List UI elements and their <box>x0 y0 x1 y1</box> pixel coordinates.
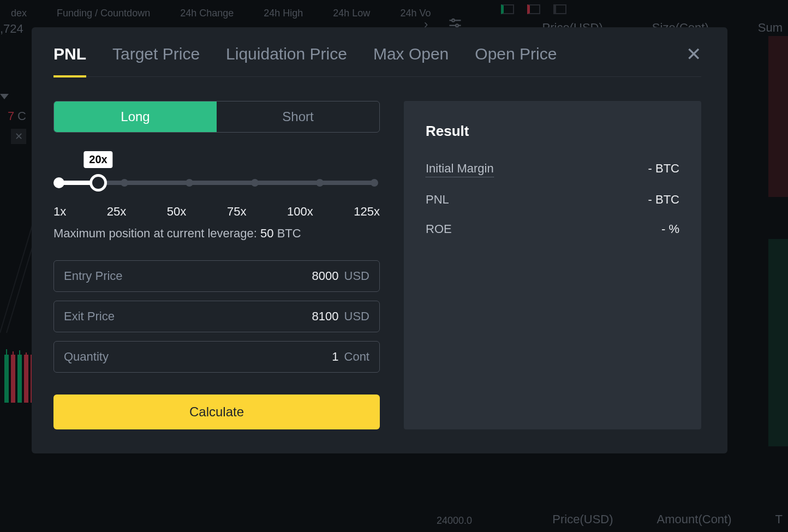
bg-trades-header: Price(USD) Amount(Cont) T <box>552 512 788 527</box>
bg-header-item: 24h Vo <box>400 8 431 19</box>
bg-header-item: dex <box>11 8 27 19</box>
leverage-tick-labels: 1x 25x 50x 75x 100x 125x <box>53 205 380 219</box>
calculate-button[interactable]: Calculate <box>53 394 380 429</box>
max-position-value: 50 <box>260 226 273 240</box>
bg-header-item: Funding / Countdown <box>57 8 150 19</box>
bg-header-item: 24h Change <box>180 8 234 19</box>
tab-max-open[interactable]: Max Open <box>373 45 449 63</box>
exit-price-unit: USD <box>344 309 369 324</box>
bg-orderbook-legend <box>501 4 566 14</box>
bg-asks-depth <box>768 36 788 197</box>
entry-price-input[interactable] <box>123 269 344 283</box>
result-pnl-value: - BTC <box>648 193 679 207</box>
result-roe-label: ROE <box>426 222 452 236</box>
slider-tick <box>316 179 324 187</box>
quantity-unit: Cont <box>344 350 369 364</box>
long-button[interactable]: Long <box>54 101 217 132</box>
result-margin-value: - BTC <box>648 162 679 177</box>
bg-header-item: 24h Low <box>333 8 370 19</box>
leverage-tick-label: 125x <box>354 205 380 219</box>
result-pnl-label: PNL <box>426 193 449 207</box>
svg-point-5 <box>456 24 458 27</box>
entry-price-label: Entry Price <box>64 269 123 283</box>
bg-col-t: T <box>775 512 783 527</box>
calculator-modal: PNL Target Price Liquidation Price Max O… <box>32 27 727 453</box>
result-title: Result <box>426 123 679 140</box>
bg-legend-neutral-icon <box>553 4 566 14</box>
bg-candlesticks <box>4 355 35 403</box>
max-position-prefix: Maximum position at current leverage: <box>53 226 260 240</box>
bg-col-price: Price(USD) <box>552 512 613 527</box>
tab-liquidation-price[interactable]: Liquidation Price <box>226 45 347 63</box>
svg-point-3 <box>452 19 455 22</box>
slider-tick <box>371 179 378 187</box>
result-roe-value: - % <box>661 222 679 236</box>
bg-legend-green-icon <box>501 4 514 14</box>
max-position-unit: BTC <box>274 226 301 240</box>
calculator-tabs: PNL Target Price Liquidation Price Max O… <box>53 45 701 77</box>
leverage-tick-label: 50x <box>167 205 186 219</box>
bg-trendline <box>0 224 33 333</box>
result-margin-label: Initial Margin <box>426 162 494 177</box>
quantity-field[interactable]: Quantity Cont <box>53 341 380 373</box>
leverage-tooltip: 20x <box>83 151 112 168</box>
bg-value-red: 7 <box>8 109 14 123</box>
bg-price-fragment: ,724 <box>0 22 23 36</box>
bg-close-icon: ✕ <box>11 129 26 144</box>
slider-tick <box>186 179 193 187</box>
bg-col-sum: Sum <box>758 21 783 35</box>
tab-open-price[interactable]: Open Price <box>475 45 557 63</box>
tab-pnl[interactable]: PNL <box>53 45 86 63</box>
result-row-pnl: PNL - BTC <box>426 193 679 207</box>
bg-dropdown-icon <box>0 93 9 99</box>
quantity-label: Quantity <box>64 350 109 364</box>
svg-line-1 <box>0 246 33 333</box>
slider-tick <box>251 179 259 187</box>
leverage-tick-label: 1x <box>53 205 66 219</box>
leverage-slider[interactable]: 20x <box>53 154 380 198</box>
svg-line-0 <box>0 224 33 333</box>
leverage-tick-label: 25x <box>107 205 126 219</box>
entry-price-field[interactable]: Entry Price USD <box>53 260 380 292</box>
tab-target-price[interactable]: Target Price <box>112 45 200 63</box>
bg-legend-red-icon <box>527 4 540 14</box>
bg-header-item: 24h High <box>264 8 303 19</box>
short-button[interactable]: Short <box>217 101 379 132</box>
close-button[interactable]: ✕ <box>686 45 701 63</box>
bg-label-c: C <box>17 109 26 123</box>
bg-col-amount: Amount(Cont) <box>657 512 732 527</box>
leverage-tick-label: 75x <box>227 205 246 219</box>
slider-tick <box>121 179 128 187</box>
leverage-tick-label: 100x <box>287 205 313 219</box>
quantity-input[interactable] <box>109 350 344 364</box>
position-side-toggle: Long Short <box>53 101 380 133</box>
slider-start-dot <box>53 177 64 188</box>
result-panel: Result Initial Margin - BTC PNL - BTC RO… <box>404 101 701 429</box>
exit-price-label: Exit Price <box>64 309 115 324</box>
result-row-roe: ROE - % <box>426 222 679 236</box>
exit-price-field[interactable]: Exit Price USD <box>53 301 380 332</box>
exit-price-input[interactable] <box>115 309 344 324</box>
bg-axis-tick: 24000.0 <box>437 515 472 527</box>
bg-bids-depth <box>768 239 788 446</box>
slider-handle[interactable] <box>89 174 107 192</box>
result-row-margin: Initial Margin - BTC <box>426 162 679 177</box>
entry-price-unit: USD <box>344 269 369 283</box>
bg-market-header: dex Funding / Countdown 24h Change 24h H… <box>0 0 788 26</box>
max-position-label: Maximum position at current leverage: 50… <box>53 226 380 241</box>
